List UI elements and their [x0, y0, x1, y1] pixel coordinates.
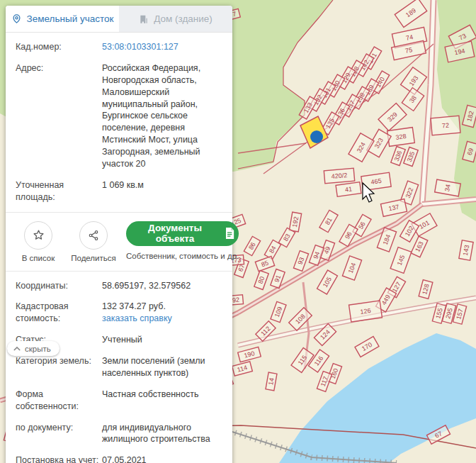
parcel-number-label: 14 [267, 377, 276, 386]
map-parcel[interactable]: 420/2 [324, 168, 354, 184]
field-bottom-row-6: Постановка на учет:07.05.2021 [16, 454, 222, 463]
field-value: Частная собственность [102, 389, 222, 413]
location-pin-icon [11, 13, 22, 24]
field-bottom-row-3: Категория земель:Земли поселений (земли … [16, 355, 222, 379]
building-icon [139, 14, 149, 24]
field-bottom-row-5: по документу:для индивидуального жилищно… [16, 422, 222, 446]
hide-panel-button[interactable]: скрыть [7, 341, 60, 356]
divider [6, 271, 232, 272]
field-bottom-row-4: Форма собственности:Частная собственност… [16, 389, 222, 413]
field-label: Кадастровая стоимость: [16, 301, 102, 325]
object-documents-button[interactable]: Документы объекта [126, 221, 239, 246]
share-label: Поделиться [71, 254, 116, 262]
star-icon [33, 229, 45, 241]
field-top-row-0: Кад.номер:53:08:0103301:127 [16, 41, 222, 53]
parcel-number-label: 74 [405, 33, 414, 42]
actions-row: В список Поделиться Документы объекта [16, 221, 222, 262]
field-label: Уточненная площадь: [16, 179, 102, 203]
add-to-list-button[interactable] [24, 221, 52, 250]
field-bottom-row-1: Кадастровая стоимость:132 374.27 руб.зак… [16, 301, 222, 325]
parcel-number-label: 34 [443, 184, 452, 192]
divider [6, 212, 232, 213]
field-value: для индивидуального жилищного строительс… [102, 422, 222, 446]
field-value: Российская Федерация, Новгородская облас… [102, 62, 222, 170]
object-documents-label: Документы объекта [130, 223, 220, 244]
tab-land-parcel-label: Земельный участок [27, 13, 114, 24]
selected-parcel-marker [310, 130, 323, 143]
field-top-row-2: Уточненная площадь:1 069 кв.м [16, 179, 222, 203]
field-value: 07.05.2021 [102, 454, 222, 463]
parcel-number-label: 126 [360, 307, 371, 316]
field-label: по документу: [16, 422, 102, 446]
hide-panel-label: скрыть [25, 345, 51, 353]
document-icon [225, 228, 234, 239]
field-label: Постановка на учет: [16, 454, 102, 463]
cadastral-number-link[interactable]: 53:08:0103301:127 [102, 42, 178, 52]
parcel-number-label: 72 [442, 122, 450, 130]
map-parcel[interactable]: 72 [431, 116, 460, 135]
field-value: 1 069 кв.м [102, 179, 222, 203]
field-value: 132 374.27 руб.заказать справку [102, 301, 222, 325]
field-value: 58.695197, 32.579562 [102, 280, 222, 292]
chevron-up-icon [13, 346, 21, 351]
parcel-number-label: 92 [232, 296, 240, 304]
tab-land-parcel[interactable]: Земельный участок [6, 6, 119, 32]
field-value: 53:08:0103301:127 [102, 41, 222, 53]
field-label: Форма собственности: [16, 389, 102, 413]
parcel-info-panel: Земельный участок Дом (здание) Кад.номер… [6, 6, 232, 463]
add-to-list-label: В список [22, 254, 55, 262]
parcel-number-label: 465 [370, 177, 382, 186]
docs-caption: Собственник, стоимость и др. [126, 252, 239, 260]
field-label: Категория земель: [16, 355, 102, 379]
order-certificate-link[interactable]: заказать справку [102, 313, 172, 323]
tab-building[interactable]: Дом (здание) [119, 6, 232, 32]
field-top-row-1: Адрес:Российская Федерация, Новгородская… [16, 62, 222, 170]
panel-tabs: Земельный участок Дом (здание) [6, 6, 232, 33]
field-label: Координаты: [16, 280, 102, 292]
field-value: Земли поселений (земли населенных пункто… [102, 355, 222, 379]
parcel-number-label: 41 [344, 185, 352, 193]
fields-bottom: Координаты:58.695197, 32.579562Кадастров… [16, 280, 222, 463]
tab-building-label: Дом (здание) [154, 13, 212, 24]
parcel-number-label: 328 [395, 133, 407, 141]
share-icon [88, 230, 99, 241]
field-value: Учтенный [102, 334, 222, 346]
field-bottom-row-0: Координаты:58.695197, 32.579562 [16, 280, 222, 292]
parcel-number-label: 420/2 [331, 172, 347, 180]
share-button[interactable] [79, 221, 108, 250]
field-label: Кад.номер: [16, 41, 102, 53]
fields-top: Кад.номер:53:08:0103301:127Адрес:Российс… [16, 41, 222, 203]
map-parcel[interactable]: 126 [349, 301, 382, 322]
parcel-number-label: 75 [404, 46, 413, 55]
field-label: Адрес: [16, 62, 102, 170]
